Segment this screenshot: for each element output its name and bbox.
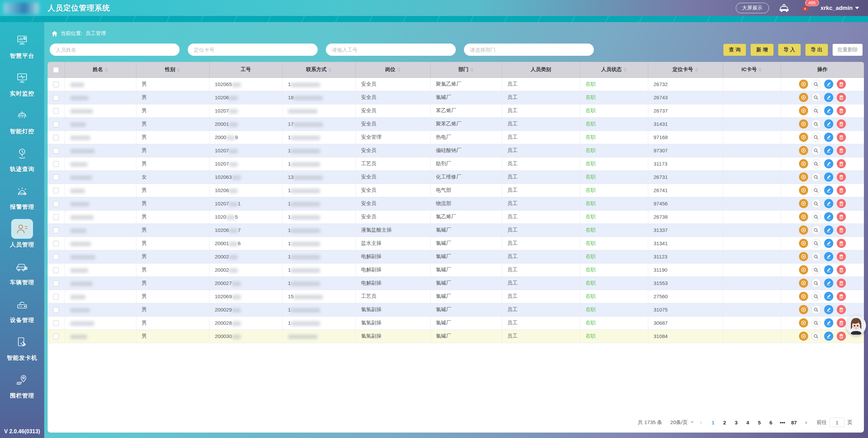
bigscreen-button[interactable]: 大屏展示 xyxy=(736,3,769,13)
table-row[interactable]: 男 200016 1 盐水主操 氯碱厂 员工 在职 31341 xyxy=(48,237,864,250)
row-checkbox[interactable] xyxy=(53,294,59,300)
view-button[interactable] xyxy=(812,119,821,129)
sidebar-item-monitor[interactable]: 实时监控 xyxy=(3,68,41,98)
row-checkbox[interactable] xyxy=(53,214,59,220)
alarm-notification-icon[interactable]: 495 xyxy=(800,4,811,13)
department-select[interactable] xyxy=(464,44,594,56)
job-number-input[interactable] xyxy=(326,44,456,56)
next-page-button[interactable]: › xyxy=(802,419,810,426)
view-button[interactable] xyxy=(812,225,821,235)
view-button[interactable] xyxy=(812,305,821,314)
row-checkbox[interactable] xyxy=(53,267,59,273)
sidebar-item-track[interactable]: 轨迹查询 xyxy=(3,144,41,173)
row-checkbox[interactable] xyxy=(53,82,59,87)
edit-button[interactable] xyxy=(824,292,833,301)
table-row[interactable]: 男 10205 1 安全员 氯乙烯厂 员工 在职 26738 xyxy=(48,210,864,223)
unbind-button[interactable] xyxy=(799,172,808,182)
unbind-button[interactable] xyxy=(799,292,808,301)
unbind-button[interactable] xyxy=(799,279,808,288)
sidebar-item-vehicle[interactable]: 车辆管理 xyxy=(3,257,41,286)
unbind-button[interactable] xyxy=(799,332,808,341)
page-size-select[interactable]: 20条/页 xyxy=(670,419,694,426)
view-button[interactable] xyxy=(812,159,821,168)
table-row[interactable]: 男 10207 1 工艺员 助剂厂 员工 在职 31173 xyxy=(48,157,864,170)
page-number-5[interactable]: 5 xyxy=(754,419,764,426)
table-row[interactable]: 男 102067 1 液氯盐酸主操 氯碱厂 员工 在职 31337 xyxy=(48,223,864,237)
table-row[interactable]: 男 200030 氯氢副操 氯碱厂 员工 在职 31084 xyxy=(48,330,864,343)
view-button[interactable] xyxy=(812,172,821,182)
vehicle-monitor-icon[interactable] xyxy=(779,4,790,13)
row-checkbox[interactable] xyxy=(53,307,59,313)
delete-button[interactable] xyxy=(837,199,846,208)
prev-page-button[interactable]: ‹ xyxy=(697,419,705,426)
delete-button[interactable] xyxy=(837,133,846,142)
edit-button[interactable] xyxy=(824,80,833,89)
page-number-2[interactable]: 2 xyxy=(719,419,730,426)
user-menu[interactable]: xrkc_admin xyxy=(821,5,859,12)
table-row[interactable]: 男 102065 1 安全员 聚氯乙烯厂 员工 在职 26732 xyxy=(48,78,864,91)
page-number-4[interactable]: 4 xyxy=(742,419,753,426)
page-number-3[interactable]: 3 xyxy=(731,419,741,426)
edit-button[interactable] xyxy=(824,318,833,327)
table-row[interactable]: 男 20009 1 安全管理 热电厂 员工 在职 97168 xyxy=(48,131,864,144)
sort-icon[interactable] xyxy=(623,67,627,72)
unbind-button[interactable] xyxy=(799,265,808,274)
table-row[interactable]: 男 10207 1 安全员 偏硅酸钠厂 员工 在职 97307 xyxy=(48,144,864,157)
edit-button[interactable] xyxy=(824,225,833,235)
row-checkbox[interactable] xyxy=(53,121,59,127)
import-button[interactable]: 导 入 xyxy=(778,44,801,56)
unbind-button[interactable] xyxy=(799,146,808,155)
view-button[interactable] xyxy=(812,265,821,274)
sort-icon[interactable] xyxy=(695,67,698,72)
table-row[interactable]: 女 102063 13 安全员 化工维修厂 员工 在职 26731 xyxy=(48,170,864,184)
unbind-button[interactable] xyxy=(799,93,808,102)
delete-button[interactable] xyxy=(837,186,846,195)
edit-button[interactable] xyxy=(824,106,833,115)
unbind-button[interactable] xyxy=(799,186,808,195)
sort-icon[interactable] xyxy=(470,67,474,72)
unbind-button[interactable] xyxy=(799,212,808,221)
delete-button[interactable] xyxy=(837,212,846,221)
delete-button[interactable] xyxy=(837,332,846,341)
unbind-button[interactable] xyxy=(799,252,808,261)
sidebar-item-light[interactable]: 智能灯控 xyxy=(3,106,41,135)
view-button[interactable] xyxy=(812,133,821,142)
view-button[interactable] xyxy=(812,106,821,115)
sidebar-item-alarm[interactable]: 报警管理 xyxy=(3,181,41,211)
unbind-button[interactable] xyxy=(799,106,808,115)
edit-button[interactable] xyxy=(824,172,833,182)
delete-button[interactable] xyxy=(837,146,846,155)
row-checkbox[interactable] xyxy=(53,174,59,180)
delete-button[interactable] xyxy=(837,239,846,248)
unbind-button[interactable] xyxy=(799,119,808,129)
page-number-6[interactable]: 6 xyxy=(766,419,776,426)
unbind-button[interactable] xyxy=(799,133,808,142)
sidebar-item-platform[interactable]: 智慧平台 xyxy=(3,30,41,60)
sort-icon[interactable] xyxy=(397,67,401,72)
add-button[interactable]: 新 增 xyxy=(751,44,773,56)
view-button[interactable] xyxy=(812,252,821,261)
row-checkbox[interactable] xyxy=(53,281,59,286)
unbind-button[interactable] xyxy=(799,305,808,314)
view-button[interactable] xyxy=(812,332,821,341)
table-row[interactable]: 男 20002 1 电解副操 氯碱厂 员工 在职 31190 xyxy=(48,263,864,276)
delete-button[interactable] xyxy=(837,172,846,182)
sort-icon[interactable] xyxy=(328,67,332,72)
view-button[interactable] xyxy=(812,199,821,208)
delete-button[interactable] xyxy=(837,93,846,102)
column-header[interactable]: 岗位 xyxy=(355,62,430,78)
query-button[interactable]: 查 询 xyxy=(723,44,746,56)
delete-button[interactable] xyxy=(837,80,846,89)
edit-button[interactable] xyxy=(824,199,833,208)
delete-button[interactable] xyxy=(837,305,846,314)
row-checkbox[interactable] xyxy=(53,135,59,140)
unbind-button[interactable] xyxy=(799,225,808,235)
column-header[interactable]: 联系方式 xyxy=(282,62,355,78)
page-number-87[interactable]: 87 xyxy=(789,419,799,426)
page-ellipsis[interactable]: ••• xyxy=(777,419,787,426)
column-header[interactable]: IC卡号 xyxy=(723,62,781,78)
table-row[interactable]: 男 200028 1 氯氢副操 氯碱厂 员工 在职 30687 xyxy=(48,316,864,330)
table-row[interactable]: 男 20002 1 电解副操 氯碱厂 员工 在职 31123 xyxy=(48,250,864,263)
edit-button[interactable] xyxy=(824,265,833,274)
sidebar-item-fence[interactable]: 围栏管理 xyxy=(3,370,41,400)
